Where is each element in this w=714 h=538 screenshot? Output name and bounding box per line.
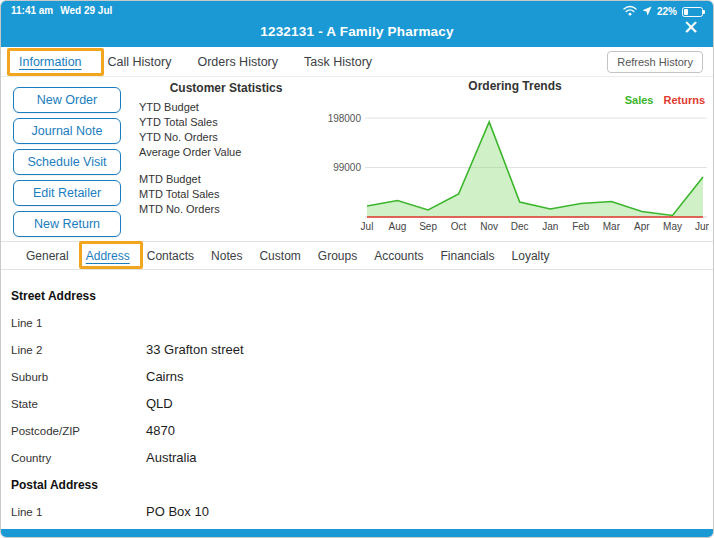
status-left: 11:41 am Wed 29 Jul: [11, 5, 112, 16]
tab-call-history[interactable]: Call History: [108, 55, 172, 69]
form-row: State QLD: [11, 390, 703, 417]
form-row: Suburb Cairns: [11, 363, 703, 390]
clock: 11:41 am: [11, 5, 53, 16]
svg-text:Jun: Jun: [695, 221, 709, 232]
stat-mtd-budget: MTD Budget: [139, 172, 313, 187]
field-label-line2: Line 2: [11, 344, 146, 356]
stat-mtd-no-orders: MTD No. Orders: [139, 202, 313, 217]
svg-text:Feb: Feb: [572, 221, 590, 232]
svg-text:198000: 198000: [328, 113, 362, 124]
ordering-trends-chart: Ordering Trends Sales Returns 9900019800…: [321, 79, 709, 239]
subtab-contacts[interactable]: Contacts: [147, 249, 194, 263]
form-row: Postcode/ZIP 4870: [11, 417, 703, 444]
svg-text:May: May: [663, 221, 682, 232]
page-title: 1232131 - A Family Pharmacy: [1, 24, 713, 39]
field-label-postcode: Postcode/ZIP: [11, 425, 146, 437]
subtab-accounts[interactable]: Accounts: [374, 249, 423, 263]
new-order-button[interactable]: New Order: [13, 87, 121, 113]
customer-statistics-title: Customer Statistics: [139, 81, 313, 95]
postal-address-header: Postal Address: [11, 471, 703, 498]
subtab-financials[interactable]: Financials: [441, 249, 495, 263]
field-value-line2[interactable]: 33 Grafton street: [146, 342, 244, 357]
field-value-state[interactable]: QLD: [146, 396, 173, 411]
svg-text:Nov: Nov: [480, 221, 498, 232]
battery-icon: [682, 7, 703, 17]
svg-text:Apr: Apr: [634, 221, 650, 232]
app-window: 11:41 am Wed 29 Jul 22% 1232131 - A Fami…: [0, 0, 714, 538]
stat-ytd-total-sales: YTD Total Sales: [139, 115, 313, 130]
form-row: Line 1 PO Box 10: [11, 498, 703, 525]
date: Wed 29 Jul: [60, 5, 112, 16]
battery-percent: 22%: [657, 6, 677, 17]
stat-mtd-total-sales: MTD Total Sales: [139, 187, 313, 202]
field-label-suburb: Suburb: [11, 371, 146, 383]
wifi-icon: [623, 5, 637, 18]
overview-section: New Order Journal Note Schedule Visit Ed…: [1, 77, 713, 241]
new-return-button[interactable]: New Return: [13, 211, 121, 237]
detail-tab-bar: General Address Contacts Notes Custom Gr…: [1, 241, 713, 270]
field-value-country[interactable]: Australia: [146, 450, 197, 465]
journal-note-button[interactable]: Journal Note: [13, 118, 121, 144]
status-bar: 11:41 am Wed 29 Jul 22% 1232131 - A Fami…: [1, 1, 713, 47]
ordering-trends-plot: 99000198000JulAugSepOctNovDecJanFebMarAp…: [321, 97, 709, 235]
field-value-suburb[interactable]: Cairns: [146, 369, 184, 384]
form-row: Country Australia: [11, 444, 703, 471]
field-value-postcode[interactable]: 4870: [146, 423, 175, 438]
subtab-custom[interactable]: Custom: [259, 249, 300, 263]
form-row: Line 2 33 Grafton street: [11, 336, 703, 363]
svg-text:Aug: Aug: [389, 221, 407, 232]
schedule-visit-button[interactable]: Schedule Visit: [13, 149, 121, 175]
ordering-trends-title: Ordering Trends: [321, 79, 709, 93]
subtab-groups[interactable]: Groups: [318, 249, 357, 263]
svg-text:Oct: Oct: [451, 221, 467, 232]
stat-ytd-budget: YTD Budget: [139, 100, 313, 115]
bottom-bar: [1, 529, 713, 537]
subtab-notes[interactable]: Notes: [211, 249, 242, 263]
action-button-column: New Order Journal Note Schedule Visit Ed…: [13, 87, 121, 237]
svg-text:Sep: Sep: [419, 221, 437, 232]
svg-text:Dec: Dec: [511, 221, 529, 232]
edit-retailer-button[interactable]: Edit Retailer: [13, 180, 121, 206]
svg-text:Mar: Mar: [603, 221, 621, 232]
field-label-state: State: [11, 398, 146, 410]
field-label-line1: Line 1: [11, 317, 146, 329]
form-row: Line 1: [11, 309, 703, 336]
field-label-country: Country: [11, 452, 146, 464]
field-value-postal-line1[interactable]: PO Box 10: [146, 504, 209, 519]
field-label-postal-line1: Line 1: [11, 506, 146, 518]
tab-task-history[interactable]: Task History: [304, 55, 372, 69]
subtab-general[interactable]: General: [26, 249, 69, 263]
address-form: Street Address Line 1 Line 2 33 Grafton …: [1, 270, 713, 529]
stat-average-order-value: Average Order Value: [139, 145, 313, 160]
svg-text:Jul: Jul: [361, 221, 374, 232]
subtab-loyalty[interactable]: Loyalty: [512, 249, 550, 263]
svg-text:99000: 99000: [333, 162, 361, 173]
svg-text:Jan: Jan: [542, 221, 558, 232]
history-tab-bar: Information Call History Orders History …: [1, 47, 713, 77]
location-arrow-icon: [642, 6, 652, 18]
stat-ytd-no-orders: YTD No. Orders: [139, 130, 313, 145]
tab-information[interactable]: Information: [19, 55, 82, 69]
street-address-header: Street Address: [11, 282, 703, 309]
tab-orders-history[interactable]: Orders History: [197, 55, 278, 69]
close-icon[interactable]: ✕: [683, 18, 699, 37]
customer-statistics: Customer Statistics YTD Budget YTD Total…: [139, 81, 313, 217]
refresh-history-button[interactable]: Refresh History: [607, 51, 703, 73]
subtab-address[interactable]: Address: [86, 249, 130, 263]
